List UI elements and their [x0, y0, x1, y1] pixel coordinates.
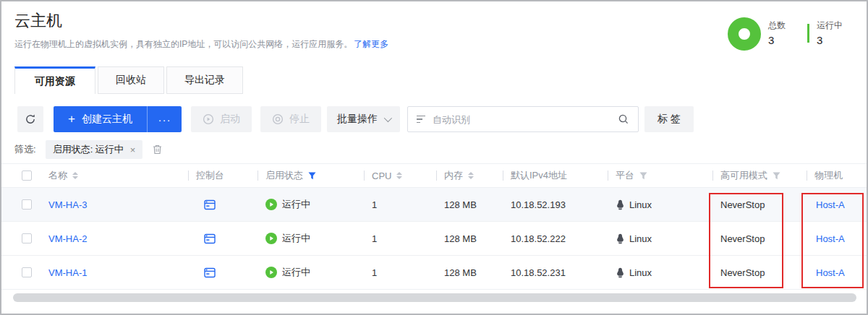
start-button[interactable]: 启动: [191, 106, 252, 132]
filter-lines-icon: [417, 116, 425, 124]
column-header-cpu[interactable]: CPU: [364, 171, 436, 181]
filter-label: 筛选:: [14, 143, 36, 156]
sort-icon[interactable]: [72, 172, 78, 179]
create-vm-button[interactable]: + 创建云主机: [54, 106, 147, 132]
tab-export-records[interactable]: 导出记录: [166, 66, 243, 94]
vm-name-link[interactable]: VM-HA-2: [48, 233, 87, 244]
total-label: 总数: [768, 20, 801, 32]
column-header-name[interactable]: 名称: [42, 169, 188, 182]
tab-recycle-bin[interactable]: 回收站: [98, 66, 164, 94]
linux-penguin-icon: [616, 199, 625, 210]
status-badge: 运行中: [265, 266, 310, 279]
play-circle-icon: [203, 113, 214, 125]
tag-button[interactable]: 标 签: [644, 106, 694, 132]
console-icon[interactable]: [204, 199, 216, 210]
stop-button[interactable]: 停止: [260, 106, 321, 132]
status-badge: 运行中: [265, 198, 310, 211]
linux-penguin-icon: [616, 267, 625, 278]
linux-penguin-icon: [616, 233, 625, 244]
column-divider: [364, 171, 365, 181]
column-header-ha-mode[interactable]: 高可用模式: [712, 169, 807, 182]
chip-close-icon[interactable]: ×: [130, 144, 136, 155]
total-stat: 总数 3: [768, 17, 801, 46]
total-donut-chart: [728, 17, 761, 51]
ipv4-value: 10.18.52.193: [511, 199, 566, 210]
refresh-icon: [25, 113, 36, 125]
page-description: 运行在物理机上的虚拟机实例，具有独立的IP地址，可以访问公共网络，运行应用服务。…: [14, 38, 388, 51]
row-checkbox[interactable]: [22, 199, 32, 210]
filter-funnel-icon[interactable]: [639, 172, 647, 180]
row-checkbox[interactable]: [22, 233, 32, 243]
column-divider: [436, 171, 437, 181]
search-input[interactable]: [433, 114, 618, 125]
column-header-platform[interactable]: 平台: [608, 169, 712, 182]
horizontal-scrollbar: [1, 292, 868, 303]
column-header-console: 控制台: [188, 169, 258, 182]
tag-label: 标 签: [658, 113, 681, 126]
filter-chip-status-running[interactable]: 启用状态: 运行中 ×: [46, 140, 143, 159]
total-value: 3: [768, 34, 801, 46]
more-actions-button[interactable]: ···: [147, 106, 182, 132]
host-link[interactable]: Host-A: [816, 267, 845, 278]
filter-chip-text: 启用状态: 运行中: [53, 143, 124, 156]
host-link[interactable]: Host-A: [816, 233, 845, 244]
vm-table: 名称 控制台 启用状态 CPU 内存: [1, 163, 868, 290]
table-row[interactable]: VM-HA-1 运行中 1 128 MB 10.18.52.231 Linux: [1, 256, 868, 290]
ipv4-value: 10.18.52.231: [511, 267, 566, 278]
page-description-text: 运行在物理机上的虚拟机实例，具有独立的IP地址，可以访问公共网络，运行应用服务。: [14, 39, 352, 49]
chevron-down-icon: [384, 114, 392, 122]
start-label: 启动: [220, 113, 240, 126]
memory-value: 128 MB: [444, 267, 477, 278]
vm-name-link[interactable]: VM-HA-3: [48, 199, 87, 210]
column-divider: [712, 171, 713, 181]
console-icon[interactable]: [204, 233, 216, 244]
select-all-checkbox[interactable]: [22, 171, 32, 181]
column-divider: [188, 171, 189, 181]
learn-more-link[interactable]: 了解更多: [354, 39, 388, 49]
column-divider: [608, 171, 608, 181]
column-divider: [807, 171, 807, 181]
table-row[interactable]: VM-HA-3 运行中 1 128 MB 10.18.52.193 Linux: [1, 188, 868, 222]
filter-funnel-icon-active[interactable]: [308, 172, 316, 180]
search-icon[interactable]: [618, 113, 629, 125]
column-divider: [503, 171, 503, 181]
host-link[interactable]: Host-A: [816, 199, 845, 210]
cpu-value: 1: [372, 267, 377, 278]
toolbar: + 创建云主机 ··· 启动 停止 批量操作: [17, 106, 694, 132]
column-header-memory[interactable]: 内存: [436, 169, 503, 182]
create-button-group: + 创建云主机 ···: [54, 106, 182, 132]
ipv4-value: 10.18.52.222: [511, 233, 566, 244]
vm-name-link[interactable]: VM-HA-1: [48, 267, 87, 278]
column-header-status[interactable]: 启用状态: [258, 169, 364, 182]
running-status-icon: [265, 199, 277, 210]
column-header-ipv4: 默认IPv4地址: [503, 169, 608, 182]
stop-circle-icon: [272, 113, 284, 125]
batch-actions-dropdown[interactable]: 批量操作: [327, 106, 400, 132]
clear-filters-trash-icon[interactable]: [152, 144, 163, 155]
sort-icon[interactable]: [396, 172, 402, 179]
running-status-icon: [265, 233, 277, 244]
table-row[interactable]: VM-HA-2 运行中 1 128 MB 10.18.52.222 Linux: [1, 222, 868, 256]
running-value: 3: [817, 34, 850, 46]
row-checkbox[interactable]: [22, 267, 32, 277]
sort-icon[interactable]: [468, 172, 474, 179]
horizontal-scrollbar-thumb[interactable]: [13, 293, 856, 302]
table-header: 名称 控制台 启用状态 CPU 内存: [1, 163, 868, 188]
filter-funnel-icon[interactable]: [773, 172, 780, 180]
refresh-button[interactable]: [17, 106, 43, 132]
tab-available-resources[interactable]: 可用资源: [14, 66, 95, 94]
platform-cell: Linux: [616, 233, 652, 244]
running-color-bar: [807, 24, 809, 43]
column-divider: [258, 171, 258, 181]
cloud-vm-page: 云主机 运行在物理机上的虚拟机实例，具有独立的IP地址，可以访问公共网络，运行应…: [0, 0, 868, 315]
running-label: 运行中: [817, 20, 850, 32]
batch-actions-label: 批量操作: [337, 113, 378, 126]
tab-bar: 可用资源 回收站 导出记录: [14, 66, 243, 94]
stop-label: 停止: [289, 113, 310, 126]
page-title: 云主机: [14, 10, 62, 32]
memory-value: 128 MB: [444, 233, 477, 244]
search-box[interactable]: [407, 106, 639, 132]
column-header-host: 物理机: [807, 169, 868, 182]
memory-value: 128 MB: [444, 199, 477, 210]
console-icon[interactable]: [204, 267, 216, 278]
